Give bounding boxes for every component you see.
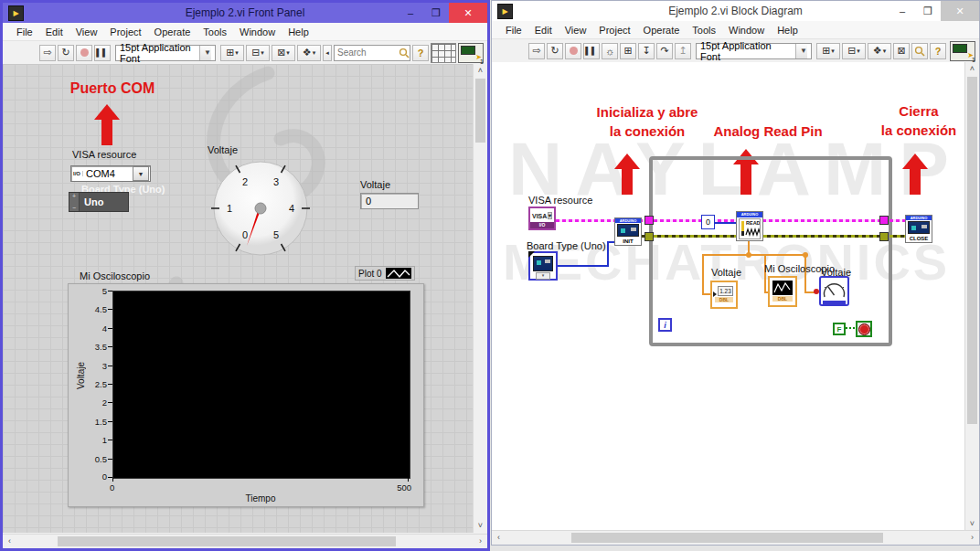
retain-wire-values-button[interactable]: ⊞ (620, 43, 636, 59)
menu-help[interactable]: Help (771, 25, 804, 36)
menu-project[interactable]: Project (592, 25, 636, 36)
run-continuous-button[interactable]: ↻ (58, 45, 74, 61)
search-box[interactable] (334, 45, 410, 61)
pin-constant[interactable]: 0 (701, 215, 715, 229)
close-icon[interactable]: ✕ (449, 3, 487, 23)
grid-alignment-button[interactable] (431, 43, 456, 63)
front-panel-titlebar[interactable]: ▶ Ejemplo 2.vi Front Panel – ❒ ✕ (3, 3, 487, 23)
minimize-icon[interactable]: – (889, 1, 915, 21)
error-wire[interactable] (654, 235, 880, 238)
front-panel-canvas[interactable]: Puerto COM VISA resource I/O COM4 ▼ Boar… (3, 64, 474, 533)
step-over-button[interactable]: ↷ (656, 43, 673, 59)
vi-icon[interactable]: ➤1 (950, 41, 975, 61)
cleanup-diagram-button[interactable]: ⊠ (893, 43, 910, 59)
menu-project[interactable]: Project (103, 26, 147, 37)
menu-operate[interactable]: Operate (637, 25, 687, 36)
search-button[interactable] (911, 43, 928, 59)
align-objects-dropdown[interactable]: ⊞▾ (816, 43, 840, 59)
voltaje-numeric-indicator[interactable]: 0 (360, 193, 419, 209)
horizontal-scrollbar[interactable]: ‹ › (492, 530, 979, 545)
help-button[interactable]: ? (930, 43, 946, 59)
menu-view[interactable]: View (559, 25, 593, 36)
menu-file[interactable]: File (10, 26, 39, 37)
visa-resource-constant[interactable]: VISA▾ I/O (528, 207, 556, 230)
block-diagram-titlebar[interactable]: ▶ Ejemplo 2.vi Block Diagram – ❒ ✕ (492, 1, 979, 21)
increment-decrement-icon[interactable]: +− (69, 193, 80, 211)
resize-objects-dropdown[interactable]: ⊠▾ (272, 45, 295, 61)
loop-tunnel-visa[interactable] (644, 216, 654, 225)
scroll-down-icon[interactable]: ˅ (474, 519, 487, 533)
search-input[interactable] (335, 48, 399, 58)
scroll-down-icon[interactable]: ˅ (965, 517, 979, 531)
scroll-right-icon[interactable]: › (474, 535, 487, 548)
menu-tools[interactable]: Tools (686, 25, 722, 36)
vertical-scrollbar[interactable]: ˄ ˅ (473, 64, 487, 533)
error-wire[interactable] (889, 235, 905, 238)
pause-button[interactable]: ▌▌ (583, 43, 600, 59)
data-wire[interactable] (702, 254, 704, 295)
search-options-button[interactable]: ◂ (323, 45, 332, 61)
menu-view[interactable]: View (69, 26, 104, 37)
distribute-objects-dropdown[interactable]: ⊟▾ (842, 43, 866, 59)
chevron-down-icon[interactable]: ▼ (795, 44, 807, 58)
board-type-wire[interactable] (607, 241, 614, 243)
run-button[interactable]: ⇨ (39, 45, 56, 61)
vi-icon[interactable]: ➤1 (458, 43, 484, 63)
menu-file[interactable]: File (499, 25, 528, 36)
voltaje-gauge-terminal[interactable] (819, 276, 849, 306)
chevron-down-icon[interactable]: ▼ (199, 46, 211, 60)
abort-button[interactable] (565, 43, 581, 59)
menu-operate[interactable]: Operate (148, 26, 197, 37)
menu-help[interactable]: Help (282, 26, 315, 37)
block-diagram-canvas[interactable]: NAYLAMP MECHATRONICS Inicializa y abre l… (492, 62, 965, 531)
loop-tunnel-visa[interactable] (879, 216, 889, 225)
visa-wire[interactable] (654, 219, 880, 222)
stop-condition-wire[interactable] (846, 327, 856, 329)
menu-edit[interactable]: Edit (528, 25, 559, 36)
scroll-left-icon[interactable]: ‹ (492, 531, 506, 545)
run-continuous-button[interactable]: ↻ (547, 43, 563, 59)
highlight-execution-button[interactable]: ☼ (602, 43, 618, 59)
distribute-objects-dropdown[interactable]: ⊟▾ (246, 45, 270, 61)
chart-plot-area[interactable] (112, 291, 410, 479)
iteration-terminal[interactable]: i (658, 318, 672, 332)
scroll-right-icon[interactable]: › (965, 531, 979, 545)
loop-tunnel-error[interactable] (644, 232, 654, 241)
align-objects-dropdown[interactable]: ⊞▾ (220, 45, 244, 61)
loop-tunnel-error[interactable] (879, 232, 889, 241)
maximize-icon[interactable]: ❒ (423, 3, 449, 23)
menu-window[interactable]: Window (722, 25, 771, 36)
loop-condition-terminal[interactable] (856, 321, 872, 337)
combo-dropdown-button[interactable]: ▼ (133, 166, 149, 181)
chevron-down-icon[interactable]: ▾ (548, 212, 552, 219)
font-selector[interactable]: 15pt Application Font▼ (115, 45, 216, 61)
arduino-init-block[interactable]: ARDUINO INIT (614, 217, 642, 246)
minimize-icon[interactable]: – (398, 3, 423, 23)
run-button[interactable]: ⇨ (528, 43, 545, 59)
chart-legend[interactable]: Plot 0 (355, 266, 415, 281)
board-type-constant[interactable]: ▾ (528, 251, 558, 281)
menu-tools[interactable]: Tools (197, 26, 233, 37)
scroll-up-icon[interactable]: ˄ (965, 62, 979, 76)
false-constant[interactable]: F (833, 323, 846, 335)
voltaje-numeric-terminal[interactable]: 1.23 DBL (710, 281, 738, 309)
close-icon[interactable]: ✕ (941, 1, 979, 21)
vertical-scrollbar[interactable]: ˄ ˅ (964, 62, 979, 531)
arduino-read-block[interactable]: ARDUINO READ (736, 211, 763, 241)
visa-wire[interactable] (889, 219, 905, 222)
reorder-dropdown[interactable]: ❖▾ (868, 43, 891, 59)
board-type-wire[interactable] (607, 241, 609, 267)
horizontal-scrollbar[interactable]: ‹ › (3, 534, 487, 548)
arduino-close-block[interactable]: ARDUINO CLOSE (905, 215, 932, 243)
pause-button[interactable]: ▌▌ (94, 45, 111, 61)
osciloscopio-chart-terminal[interactable]: DBL (768, 276, 797, 307)
scroll-up-icon[interactable]: ˄ (474, 64, 487, 78)
maximize-icon[interactable]: ❒ (915, 1, 941, 21)
step-out-button[interactable]: ↥ (675, 43, 691, 59)
reorder-dropdown[interactable]: ❖▾ (297, 45, 321, 61)
menu-window[interactable]: Window (233, 26, 282, 37)
help-button[interactable]: ? (412, 45, 429, 61)
visa-resource-combo[interactable]: I/O COM4 ▼ (70, 165, 151, 182)
board-type-wire[interactable] (558, 265, 608, 267)
abort-button[interactable] (76, 45, 92, 61)
